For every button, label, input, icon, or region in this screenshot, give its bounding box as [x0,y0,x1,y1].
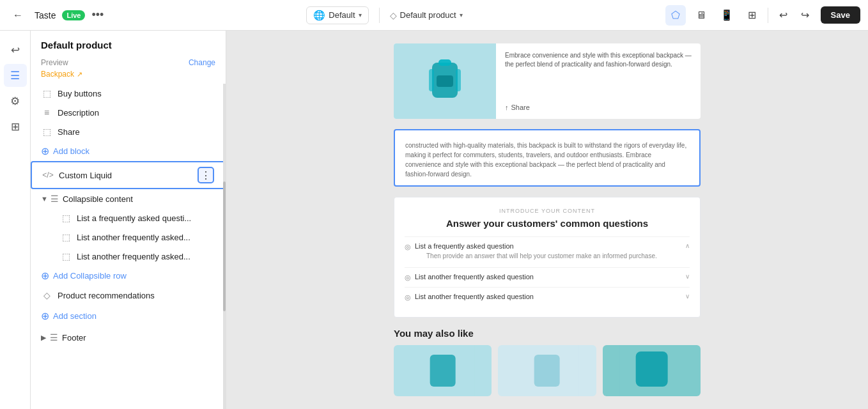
faq-item-content: List a frequently asked question Then pr… [415,242,685,262]
faq-chevron-down-icon: ∨ [685,273,690,280]
svg-rect-8 [534,355,560,387]
buy-buttons-label: Buy buttons [58,89,215,98]
external-link-icon: ↗ [77,70,82,79]
svg-rect-1 [438,59,451,66]
app-name: Taste [35,10,56,20]
rail-pages[interactable]: ☰ [4,64,27,87]
custom-liquid-icon: </> [42,171,54,180]
save-button[interactable]: Save [821,6,860,24]
rail-settings[interactable]: ⚙ [4,89,27,112]
undo-redo-group: ↩ ↪ [773,5,816,26]
faq-item-3[interactable]: ⬚ List another frequently asked... [31,247,226,266]
share-label: Share [511,104,530,111]
add-section-label: Add section [53,311,97,321]
topbar-left: ← Taste Live ••• [8,5,104,26]
add-section-button[interactable]: ⊕ Add section [31,305,226,327]
globe-icon: 🌐 [313,10,325,21]
custom-liquid-block[interactable]: constructed with high-quality materials,… [394,129,701,187]
scroll-track [223,84,226,409]
more-options-button[interactable]: ⋮ [198,167,214,183]
collapsible-content-header[interactable]: ▼ ☰ Collapsible content [31,189,226,208]
faq-item-3-row[interactable]: ◎ List another frequently asked question… [405,287,690,307]
svg-rect-4 [456,69,461,91]
footer-label: Footer [62,333,86,343]
footer-row[interactable]: ▶ ☰ Footer [31,327,226,348]
footer-chevron-icon: ▶ [41,334,46,342]
footer-icon: ☰ [50,332,58,343]
change-link[interactable]: Change [189,58,215,67]
diamond-icon: ◇ [390,10,397,20]
preview-row: Preview Change [31,54,226,70]
redo-button[interactable]: ↪ [795,5,816,26]
thumb-1-svg [394,345,492,396]
faq-item-2[interactable]: ⬚ List another frequently asked... [31,228,226,247]
panel-title: Default product [41,40,215,50]
faq-question-1: List a frequently asked question [415,242,685,250]
back-button[interactable]: ← [8,5,28,26]
share-label: Share [58,127,215,137]
tree-item-buy-buttons[interactable]: ⬚ Buy buttons [31,84,226,103]
svg-rect-2 [437,75,453,87]
faq-item-1[interactable]: ⬚ List a frequently asked questi... [31,208,226,228]
product-thumb-2[interactable] [498,345,596,396]
rail-back[interactable]: ↩ [4,38,27,61]
topbar-right: ⬠ 🖥 📱 ⊞ ↩ ↪ Save [665,5,860,26]
add-collapsible-row-button[interactable]: ⊕ Add Collapsible row [31,266,226,286]
backpack-link[interactable]: Backpack ↗ [41,70,215,79]
product-label: Default product [400,10,456,20]
tree-item-custom-liquid[interactable]: </> Custom Liquid ⋮ ◀ [31,161,226,189]
collapsible-section-icon: ☰ [50,194,59,204]
product-thumb-3[interactable] [603,345,701,396]
cursor-tool-button[interactable]: ⬠ [665,5,686,26]
default-label: Default [329,10,355,20]
product-description-text: Embrace convenience and style with this … [505,51,692,69]
chevron-down-icon: ▾ [359,12,362,19]
backpack-svg [419,56,470,114]
mobile-view-button[interactable]: 📱 [717,5,737,26]
tree-item-share[interactable]: ⬚ Share [31,122,226,141]
backpack-label: Backpack [41,70,74,79]
also-like-grid [394,345,701,396]
buy-buttons-icon: ⬚ [41,88,52,98]
add-block-label: Add block [53,146,89,156]
plus-icon: ⊕ [41,270,49,282]
faq-chevron-up-icon: ∧ [685,242,690,249]
left-panel: Default product Preview Change Backpack … [31,31,226,409]
faq-item-open[interactable]: ◎ List a frequently asked question Then … [405,236,690,267]
faq-chevron-down-icon: ∨ [685,293,690,300]
panel-scroll: ⬚ Buy buttons ≡ Description ⬚ Share ⊕ Ad… [31,84,226,409]
grid-view-button[interactable]: ⊞ [742,5,763,26]
faq-section: Introduce your content Answer your custo… [394,197,701,318]
tree-item-description[interactable]: ≡ Description [31,103,226,122]
desktop-view-button[interactable]: 🖥 [691,5,711,26]
svg-rect-3 [429,69,434,91]
also-like-section: You may also like [394,328,701,396]
faq-item-2-icon: ⬚ [60,232,72,242]
backpack-row: Backpack ↗ [31,70,226,84]
faq-item-2-icon: ◎ [405,274,411,282]
default-selector[interactable]: 🌐 Default ▾ [306,6,368,24]
svg-rect-10 [635,351,667,387]
rail-components[interactable]: ⊞ [4,115,27,138]
scroll-thumb[interactable] [223,181,226,312]
add-block-button[interactable]: ⊕ Add block [31,141,226,161]
faq-item-3-icon: ⬚ [60,251,72,261]
faq-answer-1: Then provide an answer that will help yo… [415,250,685,262]
product-rec-label: Product recommendations [58,291,215,300]
product-thumb-1[interactable] [394,345,492,396]
description-icon: ≡ [41,107,52,118]
divider [379,8,380,23]
faq-item-1-icon: ⬚ [60,213,72,223]
undo-button[interactable]: ↩ [773,5,794,26]
svg-rect-6 [430,355,456,387]
more-button[interactable]: ••• [91,8,104,22]
product-selector[interactable]: ◇ Default product ▾ [390,10,463,20]
topbar-center: 🌐 Default ▾ ◇ Default product ▾ [306,6,462,24]
tree-item-product-recommendations[interactable]: ◇ Product recommendations [31,286,226,305]
faq-item-2-label: List another frequently asked... [77,233,215,242]
faq-item-2-row[interactable]: ◎ List another frequently asked question… [405,267,690,287]
thumb-2-svg [498,345,596,396]
topbar: ← Taste Live ••• 🌐 Default ▾ ◇ Default p… [0,0,868,31]
canvas: Embrace convenience and style with this … [226,31,868,409]
faq-question-2: List another frequently asked question [415,273,685,281]
